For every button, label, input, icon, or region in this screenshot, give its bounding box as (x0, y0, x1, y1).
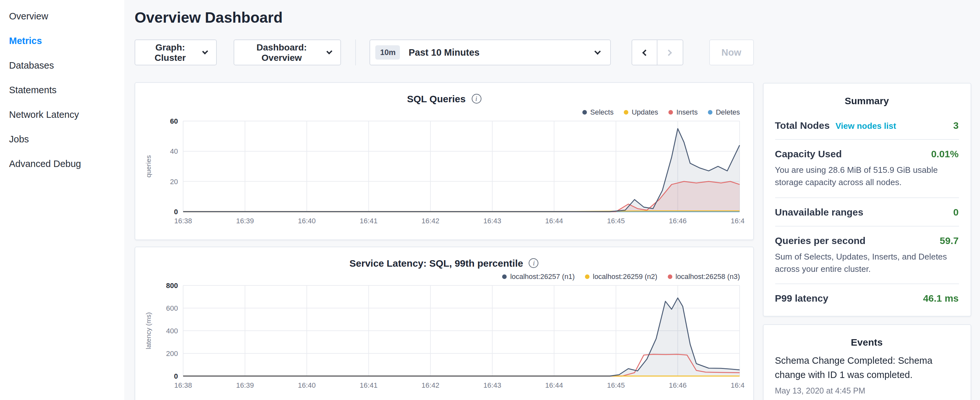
toolbar-divider (355, 40, 356, 65)
now-button[interactable]: Now (709, 40, 754, 65)
chart-plot: 16:3816:3916:4016:4116:4216:4316:4416:45… (143, 117, 745, 231)
summary-row: Capacity Used0.01%You are using 28.6 MiB… (775, 140, 959, 198)
summary-description: You are using 28.6 MiB of 515.9 GiB usab… (775, 164, 959, 189)
summary-label: Queries per second (775, 234, 865, 245)
summary-row: Unavailable ranges0 (775, 198, 959, 226)
svg-text:16:39: 16:39 (236, 381, 254, 389)
svg-text:16:43: 16:43 (484, 381, 501, 389)
summary-value: 0.01% (931, 148, 959, 159)
summary-value: 59.7 (940, 234, 959, 245)
svg-text:latency (ms): latency (ms) (145, 312, 152, 349)
svg-text:16:39: 16:39 (236, 217, 254, 225)
legend-item[interactable]: Deletes (708, 108, 740, 116)
legend-dot-icon (582, 110, 587, 114)
svg-text:16:47: 16:47 (730, 217, 745, 225)
sidebar: OverviewMetricsDatabasesStatementsNetwor… (0, 0, 124, 400)
sidebar-item-overview[interactable]: Overview (0, 4, 124, 29)
legend-item[interactable]: Inserts (668, 108, 698, 116)
legend-dot-icon (503, 274, 507, 279)
time-step-buttons (632, 40, 683, 65)
dashboard-dropdown[interactable]: Dashboard: Overview (234, 40, 341, 65)
svg-text:16:44: 16:44 (545, 381, 563, 389)
svg-text:600: 600 (166, 304, 178, 312)
chevron-left-icon (642, 49, 649, 56)
summary-description: Sum of Selects, Updates, Inserts, and De… (775, 251, 959, 275)
svg-text:16:46: 16:46 (669, 217, 687, 225)
summary-row: Queries per second59.7Sum of Selects, Up… (775, 226, 959, 284)
info-icon[interactable]: i (529, 258, 539, 268)
main-content: Overview Dashboard Graph: Cluster Dashbo… (124, 0, 763, 400)
legend-item[interactable]: localhost:26257 (n1) (503, 273, 574, 280)
summary-panel: Summary Total NodesView nodes list3Capac… (763, 83, 971, 317)
sidebar-item-network-latency[interactable]: Network Latency (0, 102, 124, 127)
event-text: Schema Change Completed: Schema change w… (775, 354, 959, 382)
time-forward-button[interactable] (657, 40, 683, 65)
svg-text:0: 0 (174, 208, 178, 216)
sidebar-item-metrics[interactable]: Metrics (0, 29, 124, 53)
chevron-down-icon (326, 48, 332, 54)
right-sidebar: Summary Total NodesView nodes list3Capac… (763, 0, 971, 400)
summary-label: P99 latency (775, 293, 828, 304)
legend-item[interactable]: Selects (582, 108, 613, 116)
chart-svg: 16:3816:3916:4016:4116:4216:4316:4416:45… (143, 117, 745, 231)
svg-text:16:45: 16:45 (607, 217, 625, 225)
time-range-badge: 10m (375, 45, 400, 59)
info-icon[interactable]: i (471, 94, 481, 104)
chart-title: Service Latency: SQL, 99th percentile (349, 258, 523, 269)
view-nodes-link[interactable]: View nodes list (835, 121, 896, 131)
chevron-right-icon (666, 49, 672, 56)
dashboard-dropdown-label: Dashboard: Overview (243, 42, 320, 63)
legend-dot-icon (708, 110, 713, 114)
event-item[interactable]: Schema Change Completed: Schema change w… (775, 354, 959, 395)
summary-row: Total NodesView nodes list3 (775, 112, 959, 140)
svg-text:16:45: 16:45 (607, 381, 625, 389)
svg-text:20: 20 (170, 178, 178, 186)
summary-value: 0 (953, 206, 959, 217)
legend-item[interactable]: Updates (624, 108, 658, 116)
page-title: Overview Dashboard (135, 9, 754, 27)
chart-plot: 16:3816:3916:4016:4116:4216:4316:4416:45… (143, 282, 745, 395)
svg-text:16:44: 16:44 (545, 217, 563, 225)
graph-dropdown[interactable]: Graph: Cluster (135, 40, 217, 65)
chevron-down-icon (202, 48, 208, 54)
svg-text:16:41: 16:41 (360, 381, 377, 389)
chart-header: Service Latency: SQL, 99th percentile i (143, 258, 745, 269)
svg-text:16:43: 16:43 (484, 217, 501, 225)
chart-legend: localhost:26257 (n1)localhost:26259 (n2)… (143, 273, 740, 280)
summary-label: Unavailable ranges (775, 206, 863, 217)
legend-item[interactable]: localhost:26259 (n2) (585, 273, 657, 280)
sidebar-item-databases[interactable]: Databases (0, 53, 124, 78)
svg-text:16:42: 16:42 (422, 381, 439, 389)
summary-value: 46.1 ms (923, 293, 959, 304)
legend-dot-icon (668, 274, 672, 279)
sidebar-item-statements[interactable]: Statements (0, 78, 124, 102)
legend-label: Inserts (676, 108, 698, 116)
legend-dot-icon (585, 274, 590, 279)
legend-label: localhost:26257 (n1) (510, 273, 574, 280)
summary-row: P99 latency46.1 ms (775, 284, 959, 312)
svg-text:16:38: 16:38 (174, 217, 192, 225)
event-timestamp: May 13, 2020 at 4:45 PM (775, 386, 959, 395)
service-latency-chart-card: Service Latency: SQL, 99th percentile i … (135, 247, 754, 400)
chevron-down-icon (594, 48, 601, 54)
svg-text:16:40: 16:40 (298, 217, 316, 225)
events-title: Events (775, 337, 959, 348)
svg-text:queries: queries (145, 155, 152, 178)
graph-dropdown-label: Graph: Cluster (144, 42, 196, 63)
sidebar-item-jobs[interactable]: Jobs (0, 127, 124, 151)
time-range-label: Past 10 Minutes (409, 47, 595, 57)
sidebar-item-advanced-debug[interactable]: Advanced Debug (0, 151, 124, 176)
svg-text:0: 0 (174, 372, 178, 380)
legend-item[interactable]: localhost:26258 (n3) (668, 273, 740, 280)
summary-label: Total Nodes (775, 120, 830, 131)
chart-title: SQL Queries (407, 93, 466, 104)
legend-label: localhost:26258 (n3) (676, 273, 740, 280)
time-range-picker[interactable]: 10m Past 10 Minutes (370, 40, 611, 65)
legend-label: Selects (590, 108, 613, 116)
summary-value: 3 (953, 120, 959, 131)
legend-dot-icon (668, 110, 673, 114)
summary-rows: Total NodesView nodes list3Capacity Used… (775, 112, 959, 312)
time-back-button[interactable] (632, 40, 657, 65)
svg-text:16:41: 16:41 (360, 217, 377, 225)
svg-text:800: 800 (166, 282, 178, 290)
